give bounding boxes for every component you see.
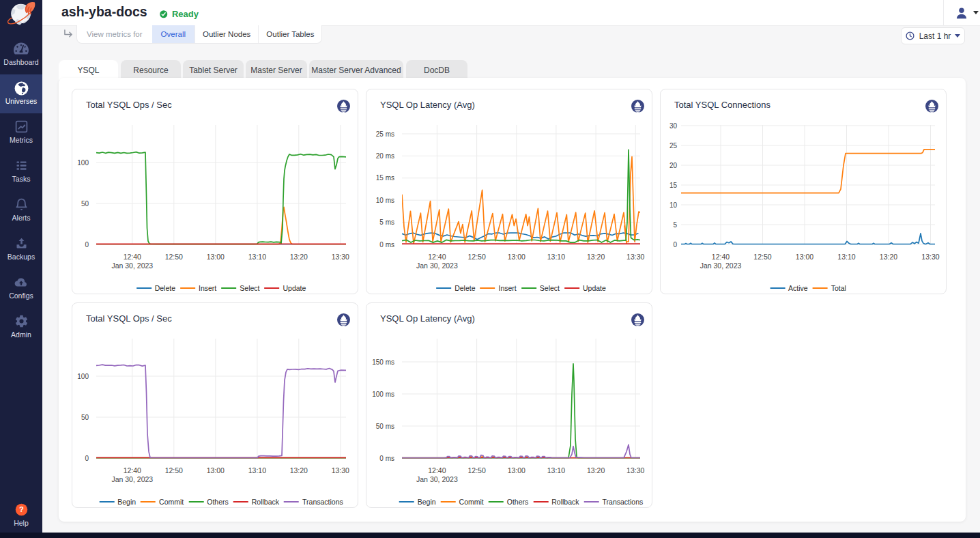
svg-text:13:20: 13:20	[880, 253, 897, 261]
svg-text:25 ms: 25 ms	[376, 130, 394, 138]
svg-text:13:20: 13:20	[290, 466, 308, 475]
svg-text:13:10: 13:10	[547, 253, 565, 261]
svg-text:12:40: 12:40	[428, 466, 446, 475]
svg-text:0 ms: 0 ms	[379, 455, 394, 462]
svg-text:12:50: 12:50	[753, 253, 771, 261]
svg-text:0: 0	[673, 241, 677, 249]
svg-text:13:20: 13:20	[587, 253, 605, 261]
svg-text:Jan 30, 2023: Jan 30, 2023	[111, 475, 153, 483]
svg-text:12:40: 12:40	[712, 253, 730, 261]
svg-text:13:00: 13:00	[508, 466, 525, 475]
svg-text:13:00: 13:00	[508, 253, 525, 261]
svg-text:Jan 30, 2023: Jan 30, 2023	[111, 261, 153, 270]
svg-text:30: 30	[669, 122, 678, 130]
svg-text:Jan 30, 2023: Jan 30, 2023	[700, 261, 742, 270]
svg-text:13:10: 13:10	[248, 466, 266, 475]
svg-text:13:30: 13:30	[332, 253, 349, 261]
svg-text:100: 100	[77, 159, 89, 167]
svg-text:0: 0	[85, 455, 89, 462]
svg-text:50: 50	[81, 200, 89, 208]
svg-text:13:00: 13:00	[207, 466, 225, 475]
svg-text:50 ms: 50 ms	[376, 423, 394, 430]
svg-text:13:30: 13:30	[626, 466, 644, 475]
svg-text:10 ms: 10 ms	[376, 197, 394, 204]
svg-text:Jan 30, 2023: Jan 30, 2023	[416, 475, 458, 483]
svg-text:13:30: 13:30	[332, 466, 349, 475]
svg-text:0 ms: 0 ms	[379, 241, 394, 249]
svg-text:5: 5	[673, 221, 677, 229]
svg-text:?: ?	[19, 505, 24, 513]
svg-text:100 ms: 100 ms	[372, 391, 394, 398]
svg-text:5 ms: 5 ms	[379, 218, 394, 226]
svg-text:12:50: 12:50	[165, 253, 183, 261]
svg-text:12:40: 12:40	[428, 253, 446, 261]
svg-text:15 ms: 15 ms	[376, 174, 394, 182]
svg-text:100: 100	[77, 373, 89, 380]
svg-text:13:30: 13:30	[921, 253, 939, 261]
svg-text:13:10: 13:10	[248, 253, 266, 261]
svg-text:13:00: 13:00	[207, 253, 225, 261]
svg-text:12:50: 12:50	[165, 466, 183, 475]
svg-text:12:40: 12:40	[124, 466, 141, 475]
svg-text:0: 0	[85, 241, 89, 249]
svg-text:12:50: 12:50	[467, 466, 485, 475]
svg-text:12:50: 12:50	[467, 253, 485, 261]
svg-text:20: 20	[669, 162, 678, 169]
svg-text:15: 15	[669, 182, 678, 189]
svg-text:13:10: 13:10	[547, 466, 565, 475]
svg-text:13:30: 13:30	[626, 253, 644, 261]
svg-text:13:20: 13:20	[587, 466, 605, 475]
svg-text:25: 25	[669, 142, 678, 150]
svg-text:13:10: 13:10	[837, 253, 855, 261]
svg-text:20 ms: 20 ms	[376, 152, 394, 160]
svg-text:Jan 30, 2023: Jan 30, 2023	[416, 261, 458, 270]
svg-text:13:20: 13:20	[290, 253, 308, 261]
svg-text:13:00: 13:00	[796, 253, 813, 261]
svg-text:10: 10	[669, 201, 678, 209]
svg-text:150 ms: 150 ms	[372, 358, 394, 366]
svg-text:50: 50	[81, 414, 89, 421]
svg-text:12:40: 12:40	[124, 253, 141, 261]
